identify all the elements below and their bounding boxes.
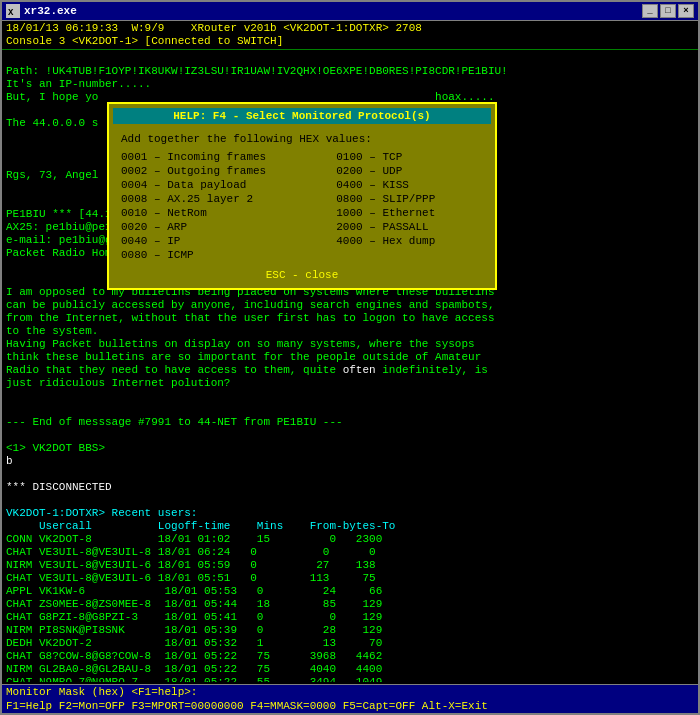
popup-entry: 0004 – Data payload 0400 – KISS [121, 178, 483, 192]
popup-title: HELP: F4 - Select Monitored Protocol(s) [113, 108, 491, 124]
title-bar: X xr32.exe _ □ × [2, 2, 698, 21]
toolbar-line1: 18/01/13 06:19:33 W:9/9 XRouter v201b <V… [6, 22, 694, 35]
popup-instruction: Add together the following HEX values: [121, 132, 483, 146]
terminal-area[interactable]: Path: !UK4TUB!F1OYP!IK8UKW!IZ3LSU!IR1UAW… [2, 50, 698, 684]
status-bar: Monitor Mask (hex) <F1=help>: [2, 684, 698, 699]
main-window: X xr32.exe _ □ × 18/01/13 06:19:33 W:9/9… [0, 0, 700, 715]
status-text: Monitor Mask (hex) <F1=help>: [6, 686, 197, 698]
window-title: xr32.exe [24, 5, 77, 17]
popup-body: Add together the following HEX values: 0… [113, 130, 491, 284]
title-bar-left: X xr32.exe [6, 4, 77, 18]
title-controls: _ □ × [642, 4, 694, 18]
svg-text:X: X [8, 8, 14, 18]
function-keys: F1=Help F2=Mon=OFP F3=MPORT=00000000 F4=… [6, 700, 488, 712]
popup-entry: 0010 – NetRom 1000 – Ethernet [121, 206, 483, 220]
popup-close-label: ESC - close [121, 268, 483, 282]
toolbar: 18/01/13 06:19:33 W:9/9 XRouter v201b <V… [2, 21, 698, 50]
popup-entry: 0020 – ARP 2000 – PASSALL [121, 220, 483, 234]
maximize-button[interactable]: □ [660, 4, 676, 18]
toolbar-line2: Console 3 <VK2DOT-1> [Connected to SWITC… [6, 35, 694, 48]
app-icon: X [6, 4, 20, 18]
minimize-button[interactable]: _ [642, 4, 658, 18]
popup-entry: 0008 – AX.25 layer 2 0800 – SLIP/PPP [121, 192, 483, 206]
bottom-bar: F1=Help F2=Mon=OFP F3=MPORT=00000000 F4=… [2, 699, 698, 713]
popup-entry: 0002 – Outgoing frames 0200 – UDP [121, 164, 483, 178]
popup-entry: 0001 – Incoming frames 0100 – TCP [121, 150, 483, 164]
popup-entry: 0080 – ICMP [121, 248, 483, 262]
close-button[interactable]: × [678, 4, 694, 18]
popup-entry: 0040 – IP 4000 – Hex dump [121, 234, 483, 248]
help-popup: HELP: F4 - Select Monitored Protocol(s) … [107, 102, 497, 290]
